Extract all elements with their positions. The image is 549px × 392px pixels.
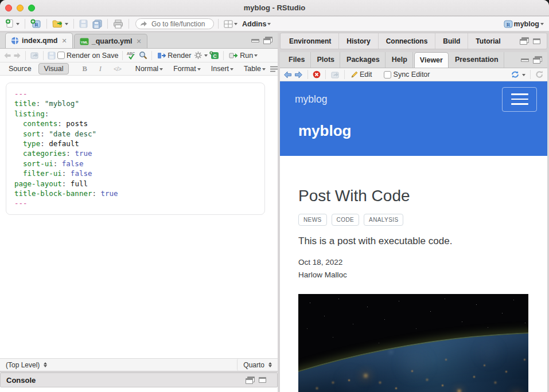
print-button[interactable] [112, 19, 124, 29]
refresh-icon[interactable] [535, 70, 544, 79]
viewer-forward-icon[interactable] [294, 71, 303, 79]
tab-presentation[interactable]: Presentation [450, 52, 504, 68]
visual-editor-body[interactable]: ---title: "myblog"listing: contents: pos… [0, 76, 278, 358]
save-all-button[interactable] [91, 19, 103, 29]
sync-editor-checkbox[interactable] [384, 71, 391, 79]
quarto-file-icon [11, 37, 19, 45]
post-badges: NEWS CODE ANALYSIS [298, 214, 527, 226]
blog-post: Post With Code NEWS CODE ANALYSIS This i… [280, 187, 547, 392]
tab-label: index.qmd [22, 37, 58, 45]
bold-button[interactable]: B [77, 64, 92, 75]
viewer-maximize-icon[interactable] [533, 56, 542, 64]
render-label: Render [168, 52, 191, 60]
edit-button[interactable]: Edit [349, 70, 373, 79]
addins-menu[interactable]: Addins [241, 19, 272, 29]
tab-history[interactable]: History [339, 33, 378, 49]
code-line: --- [14, 89, 256, 99]
code-line: categories: true [14, 148, 256, 158]
insert-menu-label: Insert [211, 65, 229, 73]
open-in-new-window-icon[interactable] [30, 52, 39, 59]
tab-packages[interactable]: Packages [341, 52, 386, 68]
console-title: Console [6, 376, 36, 385]
env-maximize-icon[interactable] [533, 38, 540, 44]
code-line: contents: posts [14, 119, 256, 128]
project-menu[interactable]: R myblog [503, 19, 545, 29]
save-icon [79, 19, 88, 28]
viewer-minimize-icon[interactable] [521, 58, 529, 62]
viewer-toolbar: Edit Sync Editor [280, 68, 547, 81]
paragraph-style-menu[interactable]: Normal [134, 64, 164, 73]
tab-index-qmd[interactable]: index.qmd ✕ [5, 33, 73, 48]
outline-icon[interactable] [270, 66, 278, 72]
rstudio-window: myblog - RStudio R [0, 0, 549, 392]
blog-navbar-title[interactable]: myblog [295, 93, 327, 105]
tab-help[interactable]: Help [387, 52, 413, 68]
table-menu[interactable]: Table [243, 64, 267, 73]
format-menu[interactable]: Format [172, 64, 202, 73]
language-mode-selector[interactable]: Quarto [237, 359, 273, 371]
render-settings-gear-icon[interactable] [194, 51, 203, 60]
goto-file-search[interactable] [135, 18, 214, 29]
visual-mode-button[interactable]: Visual [38, 63, 69, 75]
post-description: This is a post with executable code. [298, 236, 527, 247]
tab-connections[interactable]: Connections [379, 33, 436, 49]
yaml-source-block[interactable]: ---title: "myblog"listing: contents: pos… [6, 83, 265, 215]
spellcheck-icon[interactable]: ABC [127, 51, 137, 60]
language-updown-icon [268, 360, 272, 369]
code-line: listing: [14, 109, 256, 119]
render-settings-caret-icon[interactable] [204, 54, 208, 58]
run-button[interactable]: Run [228, 51, 259, 60]
env-restore-icon[interactable] [520, 37, 529, 45]
italic-button[interactable]: I [94, 64, 107, 75]
viewer-back-icon[interactable] [283, 71, 292, 79]
insert-chunk-icon[interactable]: C [209, 51, 219, 60]
addins-label: Addins [242, 20, 266, 28]
new-project-button[interactable]: R [29, 18, 42, 29]
open-file-button[interactable] [51, 19, 69, 29]
maximize-pane-icon[interactable] [263, 37, 272, 44]
new-file-button[interactable] [4, 18, 21, 29]
close-tab-icon[interactable]: ✕ [137, 38, 142, 45]
source-mode-button[interactable]: Source [3, 64, 37, 74]
tab-label: Help [392, 56, 407, 64]
run-caret-icon [254, 54, 258, 58]
goto-file-input[interactable] [150, 19, 209, 29]
render-button[interactable]: Render [156, 51, 192, 60]
forward-icon[interactable] [13, 52, 21, 59]
tab-environment[interactable]: Environment [282, 33, 339, 49]
badge-code[interactable]: CODE [332, 214, 360, 226]
tab-viewer[interactable]: Viewer [414, 52, 449, 68]
badge-news[interactable]: NEWS [298, 214, 327, 226]
code-line: page-layout: full [14, 179, 256, 189]
tab-files[interactable]: Files [283, 52, 311, 68]
language-mode-label: Quarto [243, 361, 264, 369]
insert-menu[interactable]: Insert [210, 64, 235, 73]
hamburger-bar [511, 103, 528, 105]
panes-layout-button[interactable] [223, 19, 239, 29]
render-on-save-checkbox[interactable] [57, 52, 65, 59]
sync-caret-icon[interactable] [522, 74, 525, 78]
find-replace-icon[interactable] [139, 51, 147, 60]
hamburger-menu-button[interactable] [502, 87, 537, 112]
save-button[interactable] [78, 19, 89, 29]
tab-quarto-yml[interactable]: YML _quarto.yml ✕ [74, 34, 147, 48]
minimize-pane-icon[interactable] [251, 39, 259, 42]
editor-tabstrip: index.qmd ✕ YML _quarto.yml ✕ [0, 33, 278, 49]
console-maximize-icon[interactable] [259, 377, 266, 383]
render-icon [157, 52, 166, 59]
viewer-popout-icon[interactable] [330, 71, 340, 79]
back-icon[interactable] [3, 52, 11, 59]
console-restore-icon[interactable] [246, 377, 255, 384]
code-button[interactable]: </> [108, 64, 126, 73]
save-doc-icon[interactable] [48, 52, 56, 60]
close-tab-icon[interactable]: ✕ [62, 37, 67, 45]
stop-icon[interactable] [313, 70, 321, 79]
tab-plots[interactable]: Plots [312, 52, 341, 68]
tab-tutorial[interactable]: Tutorial [468, 33, 508, 49]
tab-build[interactable]: Build [435, 33, 468, 49]
code-line: sort: "date desc" [14, 129, 256, 139]
scope-selector[interactable]: (Top Level) [5, 360, 48, 370]
sync-icon[interactable] [511, 70, 520, 79]
badge-analysis[interactable]: ANALYSIS [364, 214, 403, 226]
console-header[interactable]: Console [0, 373, 278, 387]
